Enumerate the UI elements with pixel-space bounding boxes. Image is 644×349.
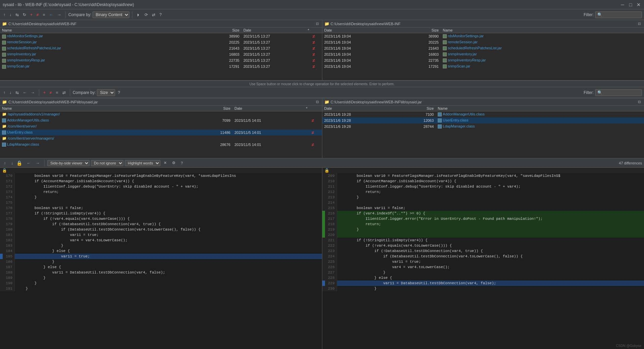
class-name[interactable]: UserEntry.class: [436, 117, 644, 123]
line-content: boolean var11 = false;: [15, 205, 322, 211]
table-row[interactable]: 2023/11/6 19:04 38990 rdsMonitorSettings…: [322, 33, 644, 39]
minimize-button[interactable]: ─: [620, 2, 625, 7]
list-item[interactable]: 📁 /com/ilient/server/: [0, 123, 322, 130]
class-name[interactable]: AddonManagerUtils.class: [436, 111, 644, 117]
file-name[interactable]: snmpScan.jar: [441, 63, 644, 69]
compare-select[interactable]: Binary Content: [93, 11, 129, 18]
diff-back[interactable]: ←: [25, 160, 33, 166]
table-row[interactable]: 2023/11/6 19:04 22735 snmpInventoryResp.…: [322, 57, 644, 63]
table-row[interactable]: snmpScan.jar 17291 2023/11/5 13:27 ≠: [0, 63, 322, 69]
compare-select2[interactable]: Size: [97, 89, 115, 96]
copy-button[interactable]: ⇆: [14, 12, 20, 18]
table-row[interactable]: 2023/11/6 19:04 16803 snmpInventory.jar: [322, 51, 644, 57]
right-jar-expand[interactable]: ⊡: [637, 99, 642, 104]
refresh2-button[interactable]: ⟳: [143, 12, 149, 18]
forward-btn2[interactable]: →: [30, 90, 36, 96]
maximize-button[interactable]: □: [628, 2, 633, 7]
table-row[interactable]: snmpInventoryResp.jar 22735 2023/11/5 13…: [0, 57, 322, 63]
table-row[interactable]: 2023/11/6 19:04 20225 remoteSession.jar: [322, 39, 644, 45]
left-expand-button[interactable]: ⊡: [315, 21, 320, 26]
left-jar-expand[interactable]: ⊡: [315, 99, 320, 104]
move-up-button[interactable]: ↑: [2, 12, 7, 18]
help-button[interactable]: ?: [158, 12, 163, 18]
move-down-button[interactable]: ↓: [8, 12, 13, 18]
list-item[interactable]: LdapManager.class 28676 2023/11/5 14:01 …: [0, 142, 322, 148]
diff-ne-btn2[interactable]: ≠: [48, 90, 53, 96]
move-down-btn2[interactable]: ↓: [8, 90, 13, 96]
list-item[interactable]: UserEntry.class 11486 2023/11/5 14:01 ≠: [0, 130, 322, 136]
list-item[interactable]: AddonManagerUtils.class 7099 2023/11/5 1…: [0, 117, 322, 123]
table-row[interactable]: 2023/11/6 19:04 17291 snmpScan.jar: [322, 63, 644, 69]
folder-name[interactable]: 📁 /com/ilient/server/: [0, 123, 322, 130]
jar-right-col-size: Size: [398, 106, 436, 111]
diff-help2[interactable]: ?: [179, 160, 185, 166]
filter-input[interactable]: [595, 11, 642, 18]
file-name[interactable]: snmpScan.jar: [0, 63, 193, 69]
diff-remove-button[interactable]: ≠: [35, 12, 40, 18]
line-number: 218: [325, 221, 337, 227]
file-name[interactable]: snmpInventoryResp.jar: [441, 57, 644, 63]
next-diff-button[interactable]: ⏵: [135, 12, 142, 18]
diff-close[interactable]: ✕: [162, 160, 169, 166]
file-name[interactable]: rdsMonitorSettings.jar: [0, 33, 193, 40]
list-item[interactable]: 2023/11/6 19:28 7100 AddonManagerUtils.c…: [322, 111, 644, 117]
table-row[interactable]: rdsMonitorSettings.jar 38990 2023/11/5 1…: [0, 33, 322, 40]
class-name[interactable]: LdapManager.class: [436, 123, 644, 130]
class-name[interactable]: AddonManagerUtils.class: [0, 117, 197, 123]
right-lock-icon: 🔒: [324, 168, 329, 173]
diff-gutter: [322, 270, 325, 275]
copy-btn2[interactable]: ⇆: [14, 90, 20, 96]
right-jar-path-bar: 📁 C:\Users\dd\Desktop\sysaid\new\WEB-INF…: [322, 98, 644, 106]
list-item[interactable]: 📁 /api/sysaid/addons/v1/manager/: [0, 111, 322, 117]
file-name[interactable]: remoteSession.jar: [441, 39, 644, 45]
diff-line: 187 } else {: [0, 264, 322, 270]
line-content: var4 = var4.toLowerCase();: [337, 264, 644, 270]
close-button[interactable]: ✕: [636, 2, 641, 7]
swap-btn2[interactable]: ⇄: [61, 90, 67, 96]
list-item[interactable]: 2023/11/6 19:28 12063 UserEntry.class: [322, 117, 644, 123]
move-up-btn2[interactable]: ↑: [2, 90, 7, 96]
help-btn2[interactable]: ?: [116, 90, 121, 96]
swap-button[interactable]: ⇄: [151, 12, 157, 18]
forward-button[interactable]: →: [56, 12, 63, 18]
diff-add-btn2[interactable]: +: [42, 90, 47, 96]
diff-settings[interactable]: ⚙: [170, 160, 177, 166]
file-name[interactable]: remoteSession.jar: [0, 39, 193, 45]
highlight-select[interactable]: Highlight words: [125, 160, 160, 166]
folder-name[interactable]: 📁 /api/sysaid/addons/v1/manager/: [0, 111, 322, 117]
diff-line: 213 }: [322, 195, 644, 200]
viewer-select[interactable]: Side-by-side viewer: [47, 160, 90, 166]
class-name[interactable]: UserEntry.class: [0, 130, 197, 136]
back-button[interactable]: ←: [48, 12, 55, 18]
folder-name[interactable]: 📁 /com/ilient/server/managers/: [0, 136, 322, 142]
file-name[interactable]: scheduledRefreshPatchesList.jar: [0, 45, 193, 51]
right-expand-button[interactable]: ⊡: [637, 21, 642, 26]
right-diff-panel[interactable]: 🔒 209 boolean var10 = FeatureFlagsManage…: [322, 168, 644, 349]
table-row[interactable]: scheduledRefreshPatchesList.jar 21643 20…: [0, 45, 322, 51]
file-name[interactable]: scheduledRefreshPatchesList.jar: [441, 45, 644, 51]
diff-forward[interactable]: →: [34, 160, 42, 166]
filter-input2[interactable]: [595, 89, 642, 96]
diff-nav-down[interactable]: ↓: [9, 160, 15, 166]
list-item[interactable]: 2023/11/6 19:28 28744 LdapManager.class: [322, 123, 644, 130]
table-row[interactable]: remoteSession.jar 20225 2023/11/5 13:27 …: [0, 39, 322, 45]
table-row[interactable]: 2023/11/6 19:04 21643 scheduledRefreshPa…: [322, 45, 644, 51]
equals-button[interactable]: =: [42, 12, 47, 18]
refresh-button[interactable]: ↻: [21, 12, 28, 18]
diff-nav-up[interactable]: ↑: [2, 160, 8, 166]
list-item[interactable]: 📁 /com/ilient/server/managers/: [0, 136, 322, 142]
file-name[interactable]: snmpInventory.jar: [0, 51, 193, 57]
ignore-select[interactable]: Do not ignore: [91, 160, 123, 166]
left-diff-panel[interactable]: 🔒 170 boolean var10 = FeatureFlagsManage…: [0, 168, 322, 349]
table-row[interactable]: snmpInventory.jar 16803 2023/11/5 13:27 …: [0, 51, 322, 57]
file-name[interactable]: rdsMonitorSettings.jar: [441, 33, 644, 39]
class-name[interactable]: LdapManager.class: [0, 142, 197, 148]
back-btn2[interactable]: ←: [21, 90, 28, 96]
diff-line: 177 if (!StringUtil.isEmpty(var4)) {: [0, 211, 322, 216]
diff-add-button[interactable]: +: [29, 12, 34, 18]
line-number: 190: [3, 281, 15, 286]
file-name[interactable]: snmpInventory.jar: [441, 51, 644, 57]
line-number: 187: [3, 264, 15, 270]
file-name[interactable]: snmpInventoryResp.jar: [0, 57, 193, 63]
equals-btn2[interactable]: =: [55, 90, 60, 96]
